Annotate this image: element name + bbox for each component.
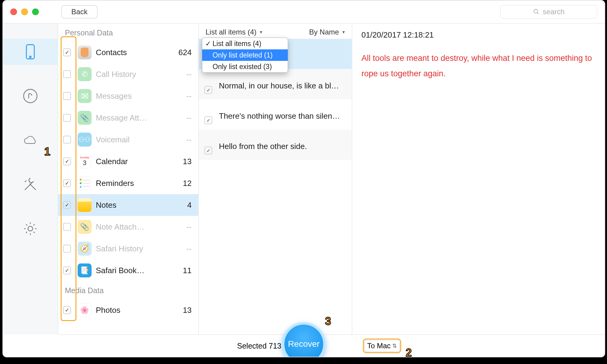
- category-label: Messages: [96, 91, 186, 101]
- close-icon[interactable]: [10, 8, 17, 15]
- footer-bar: Selected 713 items To Mac ⇅: [58, 334, 605, 357]
- detail-body: All tools are meant to destroy, while wh…: [361, 51, 595, 82]
- annotation-callout-2: 2: [406, 346, 412, 359]
- list-row[interactable]: Hello from the other side.: [199, 130, 352, 160]
- voicemail-icon: ⚇⚇: [78, 133, 92, 147]
- category-row-safari[interactable]: 🧭Safari History--: [58, 238, 198, 260]
- category-panel: Personal Data Contacts624✆Call History--…: [58, 24, 199, 334]
- category-row-calendar[interactable]: Sunday3Calendar13: [58, 151, 198, 172]
- sort-dropdown[interactable]: By Name ▼: [309, 28, 346, 36]
- category-row-contacts[interactable]: Contacts624: [58, 41, 198, 63]
- category-count: 12: [183, 179, 192, 188]
- filter-dropdown[interactable]: List all items (4) ▼: [206, 28, 263, 36]
- category-row-reminders[interactable]: Reminders12: [58, 172, 198, 194]
- svg-point-0: [534, 9, 538, 13]
- destination-select[interactable]: To Mac ⇅: [364, 340, 400, 352]
- svg-rect-2: [26, 45, 34, 59]
- category-checkbox[interactable]: [63, 179, 71, 187]
- category-count: 13: [183, 306, 192, 315]
- category-row-photos[interactable]: 🌸Photos13: [58, 299, 198, 321]
- sidebar-item-settings[interactable]: [3, 216, 58, 242]
- svg-point-5: [28, 226, 33, 231]
- sidebar: [3, 24, 58, 334]
- category-row-noteattach[interactable]: 📎Note Attach…--: [58, 216, 198, 238]
- search-input[interactable]: search: [500, 5, 597, 18]
- category-row-voicemail[interactable]: ⚇⚇Voicemail--: [58, 129, 198, 151]
- check-icon: ✓: [205, 40, 211, 48]
- sidebar-item-tools[interactable]: [3, 171, 58, 197]
- category-checkbox[interactable]: [63, 306, 71, 314]
- list-checkbox[interactable]: [204, 86, 212, 94]
- tools-icon: [22, 177, 38, 192]
- filter-option[interactable]: Only list deleted (1): [202, 49, 288, 61]
- list-checkbox[interactable]: [204, 147, 212, 154]
- category-row-phone[interactable]: ✆Call History--: [58, 63, 198, 85]
- destination-label: To Mac: [367, 342, 391, 350]
- list-row[interactable]: There's nothing worse than silen…: [199, 99, 352, 130]
- category-checkbox[interactable]: [63, 223, 71, 231]
- detail-timestamp: 01/20/2017 12:18:21: [361, 30, 595, 40]
- category-checkbox[interactable]: [63, 245, 71, 253]
- category-count: 11: [183, 266, 192, 275]
- annotation-callout-3: 3: [325, 315, 331, 328]
- list-row[interactable]: Normal, in our house, is like a bl…: [199, 69, 352, 99]
- category-label: Contacts: [96, 48, 179, 57]
- filter-option[interactable]: Only list existed (3): [202, 61, 288, 72]
- category-checkbox[interactable]: [63, 157, 71, 165]
- messages-icon: ✉: [78, 89, 92, 103]
- category-row-notes[interactable]: Notes4: [58, 194, 198, 216]
- filter-option-label: List all items (4): [213, 40, 261, 48]
- category-count: --: [186, 135, 192, 144]
- category-label: Photos: [96, 306, 183, 315]
- category-checkbox[interactable]: [63, 48, 71, 56]
- category-count: 624: [179, 48, 192, 57]
- device-icon: [22, 44, 38, 60]
- category-row-bookmarks[interactable]: 📑Safari Book…11: [58, 260, 198, 281]
- back-button[interactable]: Back: [61, 5, 98, 18]
- stepper-icon: ⇅: [392, 342, 397, 349]
- sidebar-item-device[interactable]: [3, 39, 58, 65]
- category-count: 4: [187, 200, 192, 210]
- window-controls: [10, 8, 39, 15]
- zoom-icon[interactable]: [32, 8, 39, 15]
- category-label: Safari Book…: [96, 266, 183, 275]
- category-checkbox[interactable]: [63, 136, 71, 144]
- svg-point-4: [24, 89, 37, 103]
- category-checkbox[interactable]: [63, 70, 71, 78]
- filter-option[interactable]: ✓List all items (4): [202, 38, 288, 49]
- category-row-attachment[interactable]: 📎Message Att…--: [58, 107, 198, 129]
- recover-label: Recover: [288, 339, 320, 349]
- category-label: Call History: [96, 70, 186, 79]
- category-checkbox[interactable]: [63, 114, 71, 122]
- search-placeholder: search: [543, 8, 565, 16]
- title-bar: Back search: [3, 1, 605, 24]
- bookmarks-icon: 📑: [78, 263, 92, 277]
- phone-icon: ✆: [78, 67, 92, 81]
- list-item-text: There's nothing worse than silen…: [219, 108, 346, 121]
- category-checkbox[interactable]: [63, 92, 71, 100]
- category-label: Voicemail: [96, 135, 186, 144]
- contacts-icon: [78, 45, 92, 59]
- reminders-icon: [78, 176, 92, 190]
- category-label: Note Attach…: [96, 222, 186, 232]
- item-list-panel: List all items (4) ▼ By Name ▼ to destro…: [199, 24, 352, 334]
- sidebar-item-media[interactable]: [3, 83, 58, 109]
- category-label: Notes: [96, 200, 187, 210]
- category-row-messages[interactable]: ✉Messages--: [58, 85, 198, 107]
- category-checkbox[interactable]: [63, 201, 71, 209]
- attachment-icon: 📎: [78, 111, 92, 125]
- category-header-media: Media Data: [58, 281, 198, 299]
- category-count: 13: [183, 157, 192, 166]
- category-count: --: [186, 222, 192, 232]
- chevron-down-icon: ▼: [341, 30, 346, 35]
- list-checkbox[interactable]: [204, 116, 212, 124]
- category-label: Safari History: [96, 244, 186, 253]
- category-checkbox[interactable]: [63, 266, 71, 274]
- search-icon: [533, 8, 540, 15]
- category-count: --: [186, 91, 192, 101]
- annotation-callout-1: 1: [44, 145, 50, 158]
- notes-icon: [78, 198, 92, 212]
- category-count: --: [186, 113, 192, 123]
- chevron-down-icon: ▼: [259, 30, 263, 35]
- minimize-icon[interactable]: [21, 8, 28, 15]
